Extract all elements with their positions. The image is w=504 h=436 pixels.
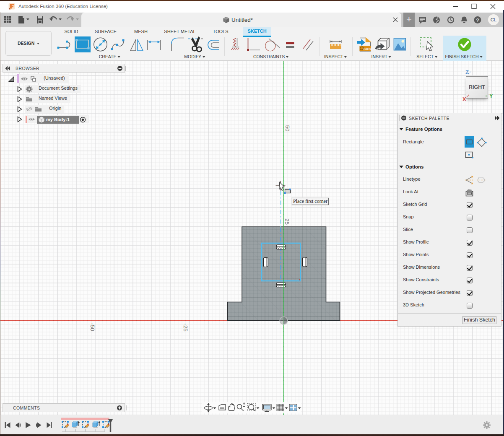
- svg-text:-25: -25: [182, 323, 189, 332]
- svg-text:-50: -50: [89, 323, 96, 331]
- svg-text:SVG: SVG: [363, 47, 372, 51]
- svg-text:50: 50: [284, 125, 291, 131]
- svg-text:?: ?: [476, 17, 479, 23]
- svg-text:25: 25: [284, 218, 290, 225]
